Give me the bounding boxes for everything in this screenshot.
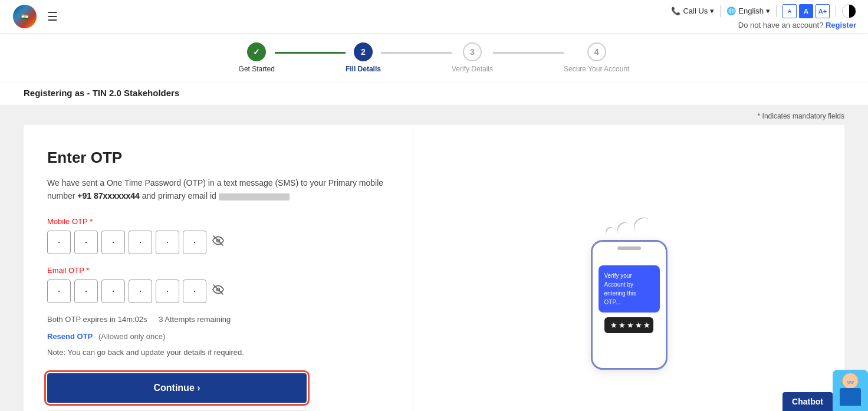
chatbot-body [840,388,861,406]
chatbot-head: 👓 [842,373,859,389]
step-2-label: Fill Details [346,65,381,73]
step-2-circle: 2 [354,42,373,61]
form-section: Enter OTP We have sent a One Time Passwo… [24,125,413,411]
step-3: 3 Verify Details [452,42,493,73]
note-line: Note: You can go back and update your de… [47,348,389,357]
registering-bar: Registering as - TIN 2.0 Stakeholders [0,83,868,105]
signal-arcs [606,218,653,236]
registering-as-text: Registering as - TIN 2.0 Stakeholders [24,88,179,98]
step-4-circle: 4 [587,42,606,61]
chatbot-label[interactable]: Chatbot [782,392,833,411]
phone-message: Verify your Account by entering this OTP… [599,265,660,313]
main-content: * Indicates mandatory fields Enter OTP W… [0,105,868,411]
phone-illustration: Verify your Account by entering this OTP… [591,218,668,370]
expiry-text: Both OTP expires in 14m:02s [47,315,147,324]
otp-description: We have sent a One Time Password (OTP) i… [47,176,389,203]
phone-device: Verify your Account by entering this OTP… [591,240,668,370]
signal-arc-1 [603,225,617,239]
header-controls-wrapper: 📞 Call Us ▾ 🌐 English ▾ A A A+ [671,4,856,29]
logo: 🇮🇳 [12,4,38,29]
step-2: 2 Fill Details [346,42,381,73]
email-blurred [219,193,290,200]
globe-icon: 🌐 [726,6,736,15]
step-3-circle: 3 [463,42,482,61]
font-controls: A A A+ [782,4,830,18]
divider-3 [836,5,836,17]
email-otp-box-5[interactable] [156,280,179,303]
step-1-circle: ✓ [247,42,266,61]
email-otp-eye-icon[interactable] [212,284,224,298]
mobile-otp-box-6[interactable] [183,231,206,254]
email-otp-box-1[interactable] [47,280,71,303]
resend-otp-link[interactable]: Resend OTP [47,332,93,341]
step-1: ✓ Get Started [239,42,275,73]
connector-2-3 [381,52,452,54]
description-part2: and primary email id [140,191,216,200]
call-us-label: Call Us [683,6,708,15]
form-title: Enter OTP [47,149,389,167]
phone-notch [617,246,641,250]
mandatory-note: * Indicates mandatory fields [24,112,844,120]
emblem-circle: 🇮🇳 [13,5,37,28]
chatbot-widget[interactable]: Chatbot 👓 [782,370,868,411]
otp-expiry: Both OTP expires in 14m:02s 3 Attempts r… [47,315,389,324]
call-us-button[interactable]: 📞 Call Us ▾ [671,6,714,15]
contrast-button[interactable] [842,4,856,18]
divider-1 [720,5,721,17]
step-1-label: Get Started [239,65,275,73]
email-otp-label: Email OTP * [47,266,389,275]
language-label: English [738,6,764,15]
call-us-chevron: ▾ [710,6,714,15]
resend-note: (Allowed only once) [98,332,165,341]
mobile-otp-box-5[interactable] [156,231,179,254]
no-account-text: Do not have an account? [738,21,824,29]
email-otp-box-6[interactable] [183,280,206,303]
font-medium-button[interactable]: A [799,4,813,18]
illustration-section: Verify your Account by entering this OTP… [413,125,844,411]
chatbot-avatar[interactable]: 👓 [833,370,868,411]
signal-arc-3 [630,214,656,241]
hamburger-menu[interactable]: ☰ [47,9,58,24]
email-otp-boxes [47,280,389,303]
step-4: 4 Secure Your Account [564,42,629,73]
connector-3-4 [493,52,564,54]
email-otp-box-4[interactable] [129,280,152,303]
phone-icon: 📞 [671,6,680,15]
resend-line: Resend OTP (Allowed only once) [47,332,389,341]
connector-1-2 [275,52,346,54]
header: 🇮🇳 ☰ 📞 Call Us ▾ 🌐 English ▾ A [0,0,868,33]
font-large-button[interactable]: A+ [816,4,830,18]
signal-arc-2 [614,219,634,239]
phone-otp-display: ★★★★★ [604,317,653,333]
mobile-otp-box-1[interactable] [47,231,71,254]
header-right: 📞 Call Us ▾ 🌐 English ▾ A A A+ [671,4,856,29]
register-link[interactable]: Register [826,21,856,29]
chatbot-figure: 👓 [836,373,865,411]
attempts-text: 3 Attempts remaining [159,315,231,324]
header-controls: 📞 Call Us ▾ 🌐 English ▾ A A A+ [671,4,856,18]
register-line: Do not have an account? Register [738,21,856,29]
step-4-label: Secure Your Account [564,65,629,73]
mobile-otp-box-4[interactable] [129,231,152,254]
email-otp-box-3[interactable] [101,280,125,303]
mobile-otp-boxes [47,231,389,254]
mobile-otp-label: Mobile OTP * [47,217,389,226]
mobile-otp-eye-icon[interactable] [212,235,224,249]
language-button[interactable]: 🌐 English ▾ [726,6,770,15]
continue-button[interactable]: Continue › [47,373,307,403]
divider-2 [776,5,777,17]
chatbot-glasses-icon: 👓 [847,379,854,386]
phone-number: +91 87xxxxxx44 [77,191,140,200]
mobile-otp-box-2[interactable] [74,231,98,254]
font-small-button[interactable]: A [782,4,797,18]
header-left: 🇮🇳 ☰ [12,4,58,29]
steps-bar: ✓ Get Started 2 Fill Details 3 Verify De… [0,33,868,83]
form-card: Enter OTP We have sent a One Time Passwo… [24,125,844,411]
step-3-label: Verify Details [452,65,493,73]
email-otp-box-2[interactable] [74,280,98,303]
mobile-otp-box-3[interactable] [101,231,125,254]
lang-chevron: ▾ [766,6,770,15]
